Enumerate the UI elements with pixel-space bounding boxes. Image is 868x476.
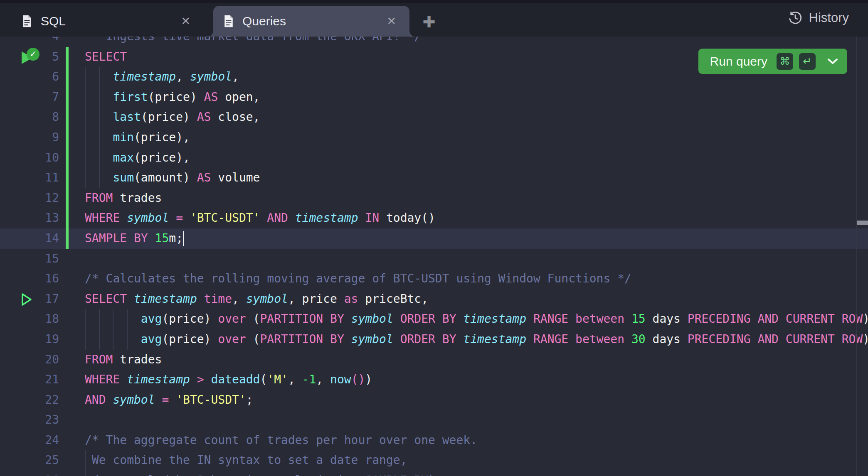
token-txt [204, 373, 211, 386]
code-text: FROM trades [85, 188, 162, 209]
token-str: 'BTC-USDT' [190, 211, 260, 225]
token-txt: close, [211, 110, 260, 124]
line-number[interactable]: 12 [0, 188, 59, 209]
close-tab-icon[interactable]: ✕ [383, 13, 399, 29]
token-kw: FROM [85, 353, 113, 366]
code-line[interactable]: 18 avg(price) over (PARTITION BY symbol … [0, 309, 868, 329]
token-txt [120, 373, 127, 386]
line-number[interactable]: 6 [0, 67, 59, 87]
history-button[interactable]: History [785, 10, 851, 26]
line-number[interactable]: 13 [0, 208, 59, 228]
code-line[interactable]: 11 sum(amount) AS volume [0, 168, 868, 188]
code-line[interactable]: 19 avg(price) over (PARTITION BY symbol … [0, 329, 868, 350]
token-fn: dateadd [211, 373, 260, 386]
code-text: WHERE timestamp > dateadd('M', -1, now()… [85, 370, 372, 390]
token-txt [568, 332, 575, 346]
tab-sql[interactable]: SQL ✕ [12, 6, 204, 37]
command-key-icon: ⌘ [777, 53, 793, 70]
token-cmt: /* The aggregate count of trades per hou… [85, 433, 477, 447]
line-number[interactable]: 26 [0, 471, 59, 476]
line-number[interactable]: 18 [0, 309, 59, 329]
line-number[interactable]: 25 [0, 450, 59, 471]
code-line[interactable]: 15 [0, 249, 868, 269]
chevron-down-icon[interactable] [827, 58, 838, 65]
token-txt: trades [113, 353, 162, 366]
line-number[interactable]: 7 [0, 87, 59, 108]
text-cursor [183, 231, 184, 246]
code-text: min(price), [85, 128, 190, 148]
token-txt: ) [863, 312, 868, 326]
token-kw: AS [197, 110, 211, 124]
code-text: SELECT [85, 47, 127, 67]
code-text: avg(price) over (PARTITION BY symbol ORD… [85, 329, 868, 350]
token-kw: PRECEDING AND CURRENT ROW [688, 312, 863, 326]
line-number[interactable]: 19 [0, 329, 59, 350]
line-number[interactable]: 15 [0, 249, 59, 269]
code-line[interactable]: 23 [0, 410, 868, 430]
code-line[interactable]: 24/* The aggregate count of trades per h… [0, 430, 868, 451]
code-line[interactable]: 21WHERE timestamp > dateadd('M', -1, now… [0, 370, 868, 390]
code-line[interactable]: 10 max(price), [0, 148, 868, 168]
token-txt [169, 211, 176, 225]
line-number[interactable]: 22 [0, 390, 59, 410]
code-text: /* The aggregate count of trades per hou… [85, 430, 477, 451]
token-kw: SAMPLE BY [85, 231, 148, 245]
run-query-button[interactable]: Run query ⌘ ↵ [698, 49, 847, 74]
line-number[interactable]: 8 [0, 107, 59, 128]
history-label: History [809, 10, 849, 25]
token-txt [260, 211, 267, 225]
close-tab-icon[interactable]: ✕ [178, 13, 194, 29]
code-line[interactable]: 13WHERE symbol = 'BTC-USDT' AND timestam… [0, 208, 868, 228]
code-editor[interactable]: 4 Ingests live market data from the OKX … [0, 37, 868, 476]
line-number[interactable]: 23 [0, 410, 59, 430]
overview-ruler-divider [856, 37, 857, 476]
token-fn: last [113, 110, 141, 124]
code-line[interactable]: 9 min(price), [0, 128, 868, 148]
code-line[interactable]: 4 Ingests live market data from the OKX … [0, 37, 868, 47]
token-txt: , [176, 70, 190, 83]
scrollbar-thumb[interactable] [857, 221, 868, 225]
token-kw: between [575, 312, 624, 326]
token-txt [456, 312, 463, 326]
token-var: timestamp [113, 70, 176, 83]
line-number[interactable]: 9 [0, 128, 59, 148]
code-line[interactable]: 16/* Calculates the rolling moving avera… [0, 269, 868, 289]
token-cmt: /* Calculates the rolling moving average… [85, 272, 631, 285]
history-icon [788, 10, 803, 25]
run-query-play-icon[interactable] [19, 290, 43, 309]
token-txt [456, 332, 463, 346]
enter-key-icon: ↵ [799, 53, 816, 70]
line-number[interactable]: 14 [0, 228, 59, 249]
line-number[interactable]: 11 [0, 168, 59, 188]
tab-queries[interactable]: Queries ✕ [213, 6, 409, 37]
token-num: 15 [155, 231, 169, 245]
code-text: AND symbol = 'BTC-USDT'; [85, 390, 253, 410]
line-number[interactable]: 10 [0, 148, 59, 168]
token-txt: (price) [162, 312, 218, 326]
code-line[interactable]: 25 We combine the IN syntax to set a dat… [0, 450, 868, 471]
token-txt: (amount) [134, 171, 197, 184]
line-number[interactable]: 24 [0, 430, 59, 451]
code-line[interactable]: 17SELECT timestamp time, symbol, price a… [0, 289, 868, 309]
code-line[interactable]: 20FROM trades [0, 350, 868, 370]
run-query-success-icon[interactable]: ✓ [19, 48, 43, 66]
line-number[interactable]: 20 [0, 350, 59, 370]
token-kw: SELECT [85, 292, 127, 306]
token-var: timestamp [463, 312, 526, 326]
line-number[interactable]: 16 [0, 269, 59, 289]
code-line[interactable]: 14SAMPLE BY 15m; [0, 228, 868, 249]
token-fn: max [113, 151, 134, 164]
token-kw: RANGE [533, 312, 568, 326]
line-number[interactable]: 21 [0, 370, 59, 390]
code-line[interactable]: 12FROM trades [0, 188, 868, 209]
tab-label: SQL [41, 14, 178, 28]
token-txt: ) [863, 332, 868, 346]
code-line[interactable]: 22AND symbol = 'BTC-USDT'; [0, 390, 868, 410]
code-line[interactable]: 7 first(price) AS open, [0, 87, 868, 108]
add-tab-button[interactable]: ✚ [418, 12, 440, 32]
code-line[interactable]: 8 last(price) AS close, [0, 107, 868, 128]
token-kw: AND [85, 393, 106, 407]
token-kw: = [176, 211, 183, 225]
token-kw: WHERE [85, 211, 120, 225]
code-line[interactable]: 26 downsampled by 1-hour intervals (usin… [0, 471, 868, 476]
